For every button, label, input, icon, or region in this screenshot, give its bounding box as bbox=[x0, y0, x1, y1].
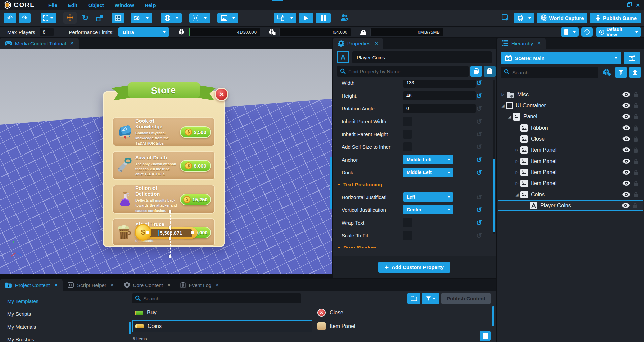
tab-close-icon[interactable]: ✕ bbox=[110, 282, 114, 288]
reset-icon[interactable]: ↺ bbox=[476, 219, 482, 226]
lock-icon[interactable] bbox=[631, 136, 640, 142]
property-search-input[interactable] bbox=[337, 66, 469, 77]
tab-close-icon[interactable]: ✕ bbox=[54, 282, 58, 288]
reset-icon[interactable]: ↺ bbox=[476, 131, 482, 138]
list-item-coins[interactable]: Coins bbox=[132, 320, 312, 332]
tab-core-content[interactable]: Core Content ✕ bbox=[119, 279, 176, 291]
horizontal-justification-dropdown[interactable]: Left bbox=[403, 192, 453, 202]
tab-close-icon[interactable]: ✕ bbox=[374, 41, 378, 46]
lock-icon[interactable] bbox=[631, 147, 640, 153]
max-players-value[interactable]: 8 bbox=[40, 28, 54, 36]
expand-icon[interactable]: ▷ bbox=[514, 170, 520, 174]
selection-handle[interactable] bbox=[169, 210, 171, 213]
content-filter-dropdown[interactable] bbox=[422, 293, 439, 304]
reset-icon[interactable]: ↺ bbox=[476, 206, 482, 213]
lock-icon[interactable] bbox=[631, 170, 640, 175]
buy-button[interactable]: $ 15,250 bbox=[180, 194, 211, 205]
lock-icon[interactable] bbox=[631, 125, 640, 131]
reset-icon[interactable]: ↺ bbox=[476, 92, 482, 99]
list-item-item-panel[interactable]: Item Panel bbox=[314, 320, 489, 332]
reset-icon[interactable]: ↺ bbox=[476, 143, 482, 150]
tab-close-icon[interactable]: ✕ bbox=[167, 282, 171, 288]
tab-event-log[interactable]: Event Log ✕ bbox=[176, 279, 224, 291]
preview-mode-dropdown[interactable] bbox=[274, 13, 296, 23]
collapse-icon[interactable]: ◢ bbox=[500, 103, 506, 108]
redo-button[interactable]: ↷ bbox=[19, 13, 31, 23]
rotate-tool-button[interactable]: ↻ bbox=[79, 13, 91, 23]
scene-dropdown[interactable]: Scene: Main bbox=[501, 52, 621, 64]
visibility-icon[interactable] bbox=[621, 114, 631, 119]
tree-item-coins[interactable]: ◢ Coins bbox=[498, 189, 643, 200]
tree-item-close[interactable]: Close bbox=[498, 133, 643, 144]
width-input[interactable] bbox=[403, 80, 476, 88]
properties-scrollbar[interactable] bbox=[493, 80, 495, 234]
pause-button[interactable] bbox=[316, 13, 331, 23]
reset-icon[interactable]: ↺ bbox=[476, 232, 482, 239]
add-self-size-checkbox[interactable] bbox=[403, 142, 412, 151]
default-view-dropdown[interactable]: Default View bbox=[596, 27, 641, 37]
collapse-icon[interactable]: ◢ bbox=[507, 114, 512, 119]
add-custom-property-button[interactable]: + Add Custom Property bbox=[378, 262, 450, 273]
sidebar-item-my-materials[interactable]: My Materials bbox=[0, 320, 130, 333]
rotation-input[interactable] bbox=[403, 104, 476, 113]
scale-to-fit-checkbox[interactable] bbox=[403, 231, 412, 240]
list-item-close[interactable]: ✕ Close bbox=[314, 307, 489, 319]
world-capture-button[interactable]: World Capture bbox=[537, 13, 587, 23]
play-button[interactable]: ▶ bbox=[299, 13, 313, 23]
hierarchy-search-input[interactable] bbox=[501, 67, 598, 78]
inherit-width-checkbox[interactable] bbox=[403, 117, 412, 126]
menu-file[interactable]: File bbox=[48, 2, 57, 8]
folder-view-button[interactable] bbox=[407, 293, 420, 304]
performance-limits-dropdown[interactable]: Ultra bbox=[118, 27, 169, 37]
expand-icon[interactable]: ▷ bbox=[500, 92, 506, 97]
visibility-icon[interactable] bbox=[621, 181, 631, 186]
sidebar-scrollbar[interactable] bbox=[129, 322, 131, 334]
tree-item-item-panel[interactable]: ▷ Item Panel bbox=[498, 167, 643, 178]
tab-properties[interactable]: Properties ✕ bbox=[333, 38, 383, 49]
sidebar-item-my-templates[interactable]: My Templates bbox=[0, 295, 130, 307]
visibility-icon[interactable] bbox=[621, 103, 631, 108]
lock-icon[interactable] bbox=[631, 159, 640, 164]
collapse-icon[interactable]: ◢ bbox=[514, 192, 520, 197]
selection-handle[interactable] bbox=[169, 226, 171, 229]
selection-handle[interactable] bbox=[169, 255, 171, 258]
list-item-buy[interactable]: Buy bbox=[132, 307, 312, 319]
export-button[interactable] bbox=[629, 67, 641, 78]
vertical-justification-dropdown[interactable]: Center bbox=[403, 205, 453, 214]
lock-icon[interactable] bbox=[631, 114, 640, 119]
filter-button[interactable] bbox=[615, 67, 627, 78]
tree-item-ribbon[interactable]: Ribbon bbox=[498, 122, 643, 133]
section-text-positioning[interactable]: Text Positioning bbox=[333, 179, 492, 191]
tab-hierarchy[interactable]: Hierarchy ✕ bbox=[497, 38, 546, 49]
move-tool-button[interactable] bbox=[63, 12, 77, 24]
world-settings-dropdown[interactable] bbox=[161, 13, 182, 23]
anchor-dropdown[interactable]: Middle Left bbox=[403, 155, 453, 164]
buy-button[interactable]: $ 2,500 bbox=[180, 126, 211, 138]
tree-item-ui-container[interactable]: ◢ UI Container bbox=[498, 100, 643, 111]
reset-icon[interactable]: ↺ bbox=[476, 169, 482, 176]
tab-close-icon[interactable]: ✕ bbox=[215, 282, 219, 288]
grid-view-button[interactable] bbox=[480, 331, 491, 341]
buy-button[interactable]: $ 8,000 bbox=[180, 160, 211, 172]
sidebar-item-my-scripts[interactable]: My Scripts bbox=[0, 307, 130, 320]
section-drop-shadow[interactable]: Drop Shadow bbox=[333, 242, 492, 248]
inherit-height-checkbox[interactable] bbox=[403, 130, 412, 139]
wrap-text-checkbox[interactable] bbox=[403, 218, 412, 227]
select-tool-button[interactable] bbox=[41, 13, 56, 23]
visibility-icon[interactable] bbox=[621, 159, 631, 164]
expand-icon[interactable]: ▷ bbox=[514, 181, 520, 185]
publish-game-button[interactable]: Publish Game bbox=[590, 13, 641, 23]
tab-script-helper[interactable]: Script Helper ✕ bbox=[63, 279, 119, 291]
viewport-canvas[interactable]: Store ✕ Book of Knowledge Contains mysti… bbox=[0, 49, 332, 274]
expand-icon[interactable]: ▷ bbox=[514, 148, 520, 152]
terrain-dropdown[interactable] bbox=[217, 13, 238, 23]
reset-icon[interactable]: ↺ bbox=[476, 105, 482, 112]
tree-item-item-panel[interactable]: ▷ Item Panel bbox=[498, 144, 643, 156]
lock-icon[interactable] bbox=[631, 181, 640, 186]
expand-icon[interactable]: ▷ bbox=[514, 159, 520, 163]
ai-assistant-dropdown[interactable] bbox=[514, 13, 534, 23]
reset-icon[interactable]: ↺ bbox=[476, 80, 482, 87]
visibility-icon[interactable] bbox=[621, 136, 631, 141]
tab-close-icon[interactable]: ✕ bbox=[70, 41, 74, 46]
tree-item-item-panel[interactable]: ▷ Item Panel bbox=[498, 178, 643, 189]
